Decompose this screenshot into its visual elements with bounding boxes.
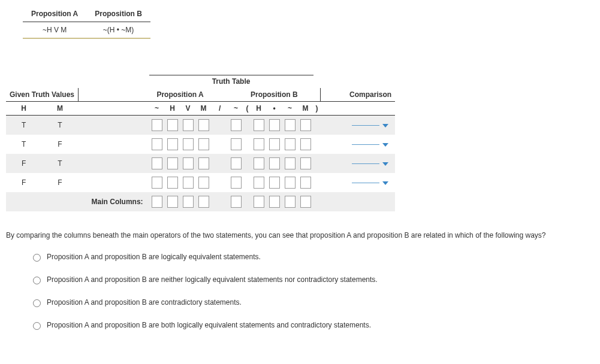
truth-input[interactable] [254,119,264,131]
svg-marker-2 [382,162,388,166]
truth-input[interactable] [254,138,264,150]
truth-input[interactable] [285,119,296,131]
option-radio[interactable] [33,322,41,330]
propB-sym-4: ~ [282,102,298,116]
truth-table-title: Truth Table [149,75,313,89]
main-input[interactable] [285,196,296,208]
truth-input[interactable] [183,157,194,169]
truth-input[interactable] [183,138,194,150]
main-input[interactable] [183,196,194,208]
chevron-down-icon[interactable] [382,140,389,148]
chevron-down-icon[interactable] [382,121,389,129]
given-m: F [41,135,78,154]
truth-input[interactable] [254,157,264,169]
truth-input[interactable] [198,138,209,150]
truth-input[interactable] [167,119,178,131]
comparison-slot [352,183,379,183]
option-label: Proposition A and proposition B are cont… [47,298,242,307]
truth-input[interactable] [269,177,280,189]
comparison-slot [352,144,379,145]
main-input[interactable] [198,196,209,208]
propB-sym-3: • [267,102,282,116]
given-h: F [6,173,41,192]
given-header: Given Truth Values [6,88,79,102]
propB-sym-6: ) [313,102,321,116]
main-input[interactable] [231,196,242,208]
truth-input[interactable] [269,119,280,131]
option-radio[interactable] [33,254,41,262]
option-label: Proposition A and proposition B are logi… [47,253,261,261]
option-label: Proposition A and proposition B are both… [47,321,371,329]
comparison-header: Comparison [346,88,395,102]
prop-a-value: ~H V M [23,22,86,39]
truth-input[interactable] [167,138,178,150]
comparison-slot [352,125,379,126]
truth-input[interactable] [300,157,311,169]
truth-input[interactable] [285,177,296,189]
main-input[interactable] [152,196,162,208]
truth-input[interactable] [152,177,162,189]
comparison-slot [352,163,379,164]
given-col-m: M [41,102,78,116]
truth-input[interactable] [152,119,162,131]
svg-marker-0 [382,124,388,128]
truth-input[interactable] [285,138,296,150]
truth-input[interactable] [285,157,296,169]
main-input[interactable] [254,196,264,208]
prop-a-header: Proposition A [23,6,86,22]
propB-sym-5: M [298,102,313,116]
truth-input[interactable] [152,138,162,150]
answer-options: Proposition A and proposition B are logi… [30,252,594,330]
main-input[interactable] [269,196,280,208]
truth-input[interactable] [300,119,311,131]
main-columns-row: Main Columns: [6,192,395,211]
table-row: F T [6,154,395,173]
given-h: F [6,154,41,173]
option-radio[interactable] [33,299,41,307]
truth-input[interactable] [167,157,178,169]
truth-input[interactable] [269,157,280,169]
option-row: Proposition A and proposition B are neit… [30,275,594,284]
option-row: Proposition A and proposition B are cont… [30,298,594,307]
given-col-h: H [6,102,41,116]
table-row: T T [6,116,395,135]
truth-input[interactable] [269,138,280,150]
truth-input[interactable] [231,119,242,131]
svg-marker-3 [382,181,388,185]
main-input[interactable] [300,196,311,208]
given-h: T [6,135,41,154]
truth-input[interactable] [198,119,209,131]
table-row: T F [6,135,395,154]
propB-sym-1: ( [244,102,251,116]
truth-input[interactable] [300,138,311,150]
truth-input[interactable] [254,177,264,189]
svg-marker-1 [382,143,388,147]
truth-input[interactable] [231,177,242,189]
main-columns-label: Main Columns: [6,192,149,211]
prop-b-value: ~(H • ~M) [86,22,150,39]
truth-input[interactable] [198,157,209,169]
propA-sym-3: M [196,102,212,116]
option-row: Proposition A and proposition B are logi… [30,252,594,262]
prop-b-header: Proposition B [86,6,150,22]
propB-sym-2: H [251,102,267,116]
chevron-down-icon[interactable] [382,178,389,187]
truth-input[interactable] [167,177,178,189]
given-m: T [41,116,78,135]
divider: / [212,102,228,116]
propA-sym-0: ~ [149,102,165,116]
truth-input[interactable] [231,157,242,169]
truth-input[interactable] [300,177,311,189]
truth-input[interactable] [183,119,194,131]
option-radio[interactable] [33,277,41,284]
propA-sym-1: H [165,102,180,116]
option-row: Proposition A and proposition B are both… [30,320,594,330]
truth-input[interactable] [183,177,194,189]
truth-table: Truth Table Given Truth Values Propositi… [6,75,395,211]
truth-input[interactable] [198,177,209,189]
main-input[interactable] [167,196,178,208]
propB-sym-0: ~ [228,102,244,116]
truth-input[interactable] [231,138,242,150]
truth-input[interactable] [152,157,162,169]
chevron-down-icon[interactable] [382,159,389,168]
